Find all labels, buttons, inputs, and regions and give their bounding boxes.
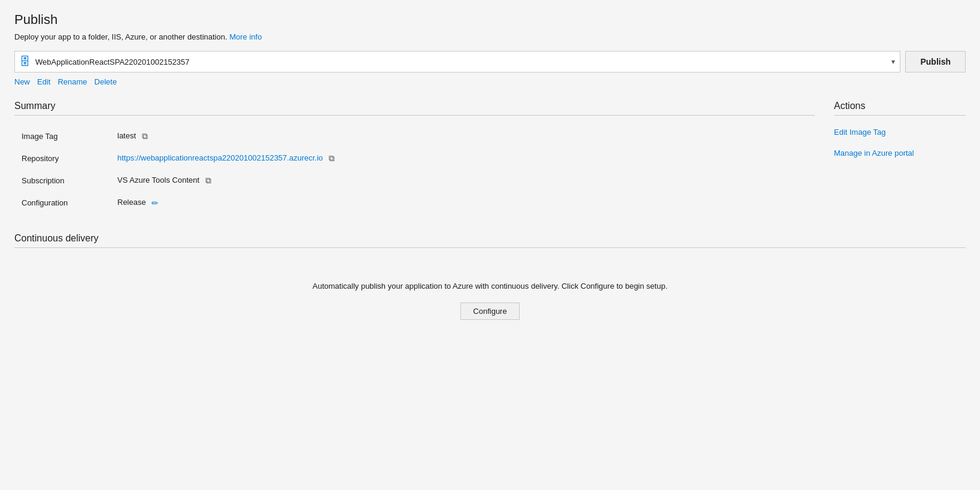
actions-title: Actions (834, 101, 966, 111)
cd-title: Continuous delivery (14, 233, 966, 244)
repository-value: https://webapplicationreactspa2202010021… (110, 147, 815, 170)
subscription-value: VS Azure Tools Content ⧉ (110, 170, 815, 192)
cloud-icon: 🗄 (20, 56, 31, 68)
copy-subscription-icon[interactable]: ⧉ (205, 176, 211, 186)
delete-link[interactable]: Delete (95, 77, 117, 86)
table-row: Image Tag latest ⧉ (14, 125, 815, 147)
continuous-delivery-section: Continuous delivery Automatically publis… (14, 233, 966, 344)
configure-button[interactable]: Configure (460, 303, 519, 320)
actions-section: Actions Edit Image Tag Manage in Azure p… (834, 101, 966, 214)
rename-link[interactable]: Rename (57, 77, 87, 86)
subscription-text: VS Azure Tools Content (117, 176, 199, 184)
edit-link[interactable]: Edit (37, 77, 50, 86)
copy-image-tag-icon[interactable]: ⧉ (142, 131, 148, 141)
configuration-value: Release ✏ (110, 192, 815, 214)
table-row: Repository https://webapplicationreactsp… (14, 147, 815, 170)
page-subtitle: Deploy your app to a folder, IIS, Azure,… (14, 32, 966, 41)
edit-configuration-icon[interactable]: ✏ (151, 198, 159, 208)
configuration-text: Release (117, 198, 146, 207)
summary-section: Summary Image Tag latest ⧉ Repository (14, 101, 815, 214)
new-link[interactable]: New (14, 77, 30, 86)
image-tag-value: latest ⧉ (110, 125, 815, 147)
chevron-down-icon: ▾ (891, 58, 895, 66)
image-tag-label: Image Tag (14, 125, 110, 147)
cd-divider (14, 247, 966, 248)
summary-title: Summary (14, 101, 815, 111)
profile-dropdown[interactable]: WebApplicationReactSPA220201002152357 (35, 58, 891, 66)
edit-image-tag-link[interactable]: Edit Image Tag (834, 128, 966, 137)
copy-repository-icon[interactable]: ⧉ (329, 153, 335, 164)
more-info-link[interactable]: More info (229, 32, 262, 41)
page-title: Publish (14, 12, 966, 28)
main-content: Summary Image Tag latest ⧉ Repository (14, 101, 966, 214)
table-row: Configuration Release ✏ (14, 192, 815, 214)
summary-table: Image Tag latest ⧉ Repository https://we… (14, 125, 815, 214)
actions-divider (834, 115, 966, 116)
toolbar-row: 🗄 WebApplicationReactSPA220201002152357 … (14, 51, 966, 72)
manage-azure-portal-link[interactable]: Manage in Azure portal (834, 149, 966, 158)
publish-button[interactable]: Publish (905, 51, 966, 72)
image-tag-text: latest (117, 131, 136, 140)
profile-select-wrapper: 🗄 WebApplicationReactSPA220201002152357 … (14, 51, 900, 72)
table-row: Subscription VS Azure Tools Content ⧉ (14, 170, 815, 192)
repository-label: Repository (14, 147, 110, 170)
actions-links: Edit Image Tag Manage in Azure portal (834, 125, 966, 158)
summary-divider (14, 115, 815, 116)
cd-body: Automatically publish your application t… (14, 258, 966, 344)
subscription-label: Subscription (14, 170, 110, 192)
configuration-label: Configuration (14, 192, 110, 214)
cd-description: Automatically publish your application t… (14, 282, 966, 291)
profile-actions-row: New Edit Rename Delete (14, 77, 966, 86)
repository-link[interactable]: https://webapplicationreactspa2202010021… (117, 153, 323, 162)
